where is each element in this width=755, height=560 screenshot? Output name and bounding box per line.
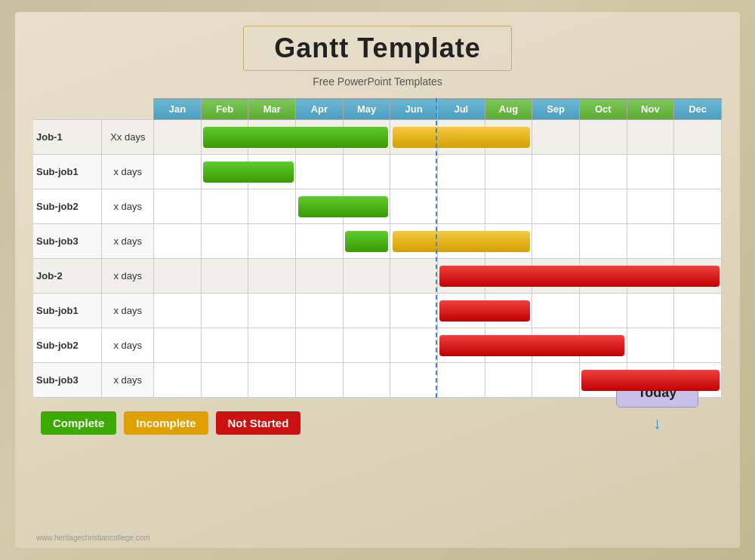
table-row: Sub-job1x days xyxy=(33,294,722,328)
bar-cell xyxy=(343,259,390,294)
bar-cell xyxy=(674,155,722,189)
legend-not-started: Not Started xyxy=(216,411,301,435)
bar-cell xyxy=(390,120,438,155)
bar-cell xyxy=(579,155,627,189)
bar-cell xyxy=(343,328,390,363)
bar-cell xyxy=(343,363,390,398)
days-cell: Xx days xyxy=(102,120,154,155)
bar-cell xyxy=(296,189,344,224)
bar-cell xyxy=(485,189,532,224)
bar-cell xyxy=(437,120,485,155)
table-row: Job-1Xx days xyxy=(33,120,722,155)
bar-cell xyxy=(201,189,248,224)
task-header xyxy=(33,99,102,120)
task-cell: Sub-job3 xyxy=(33,363,102,398)
bar-cell xyxy=(343,155,390,189)
month-header-dec: Dec xyxy=(674,99,722,120)
title-box: Gantt Template xyxy=(243,26,511,71)
bar-cell xyxy=(532,155,580,189)
bar-cell xyxy=(532,120,580,155)
bar-cell xyxy=(437,155,485,189)
bar-cell xyxy=(296,294,344,328)
bar-cell xyxy=(201,294,248,328)
bar-cell xyxy=(579,224,627,259)
days-cell: x days xyxy=(102,328,154,363)
month-header-jul: Jul xyxy=(437,99,485,120)
slide: Gantt Template Free PowerPoint Templates… xyxy=(15,12,740,548)
bar-cell xyxy=(343,120,390,155)
bar-cell xyxy=(674,224,722,259)
bar-cell xyxy=(201,155,248,189)
days-cell: x days xyxy=(102,259,154,294)
bar-cell xyxy=(532,328,580,363)
bar-cell xyxy=(437,363,485,398)
bar-cell xyxy=(248,224,296,259)
bar-cell xyxy=(627,120,674,155)
bar-cell xyxy=(485,328,532,363)
bar-cell xyxy=(154,294,202,328)
bar-cell xyxy=(248,259,296,294)
subtitle: Free PowerPoint Templates xyxy=(313,75,442,88)
bar-cell xyxy=(485,120,532,155)
bar-cell xyxy=(248,328,296,363)
task-cell: Job-2 xyxy=(33,259,102,294)
days-cell: x days xyxy=(102,189,154,224)
bar-cell xyxy=(485,155,532,189)
bar-cell xyxy=(627,155,674,189)
bar-cell xyxy=(532,363,580,398)
bar-cell xyxy=(627,294,674,328)
bar-cell xyxy=(390,155,438,189)
bar-cell xyxy=(485,363,532,398)
task-cell: Job-1 xyxy=(33,120,102,155)
month-header-jan: Jan xyxy=(154,99,202,120)
bar-cell xyxy=(248,294,296,328)
bar-cell xyxy=(390,189,438,224)
bar-cell xyxy=(248,155,296,189)
legend-complete: Complete xyxy=(41,411,116,435)
bar-cell xyxy=(154,363,202,398)
bar-cell xyxy=(485,294,532,328)
month-header-sep: Sep xyxy=(532,99,580,120)
bar-cell xyxy=(248,363,296,398)
task-cell: Sub-job1 xyxy=(33,155,102,189)
watermark: www.heritagechristiancollege.com xyxy=(36,534,150,542)
bar-cell xyxy=(437,224,485,259)
month-header-aug: Aug xyxy=(485,99,532,120)
legend: Complete Incomplete Not Started xyxy=(41,411,300,435)
bar-cell xyxy=(390,259,438,294)
bar-cell xyxy=(154,120,202,155)
days-cell: x days xyxy=(102,294,154,328)
bar-cell xyxy=(390,224,438,259)
task-cell: Sub-job2 xyxy=(33,189,102,224)
bar-cell xyxy=(296,259,344,294)
bar-cell xyxy=(579,294,627,328)
bar-cell xyxy=(674,328,722,363)
bar-cell xyxy=(248,189,296,224)
bar-cell xyxy=(674,259,722,294)
bar-cell xyxy=(154,189,202,224)
bar-cell xyxy=(437,189,485,224)
bar-cell xyxy=(485,224,532,259)
bar-cell xyxy=(201,120,248,155)
bar-cell xyxy=(532,294,580,328)
bar-cell xyxy=(201,224,248,259)
month-header-feb: Feb xyxy=(201,99,248,120)
bar-cell xyxy=(154,259,202,294)
gantt-chart: JanFebMarAprMayJunJulAugSepOctNovDec Job… xyxy=(33,98,722,398)
table-row: Job-2x days xyxy=(33,259,722,294)
bar-cell xyxy=(248,120,296,155)
bar-cell xyxy=(390,328,438,363)
bar-cell xyxy=(674,120,722,155)
table-row: Sub-job3x days xyxy=(33,224,722,259)
bar-cell xyxy=(296,363,344,398)
bar-cell xyxy=(674,189,722,224)
bar-cell xyxy=(532,224,580,259)
days-cell: x days xyxy=(102,155,154,189)
bar-cell xyxy=(296,155,344,189)
page-title: Gantt Template xyxy=(274,32,480,64)
bar-cell xyxy=(627,224,674,259)
bar-cell xyxy=(579,328,627,363)
bar-cell xyxy=(437,294,485,328)
bar-cell xyxy=(579,120,627,155)
legend-incomplete: Incomplete xyxy=(124,411,208,435)
